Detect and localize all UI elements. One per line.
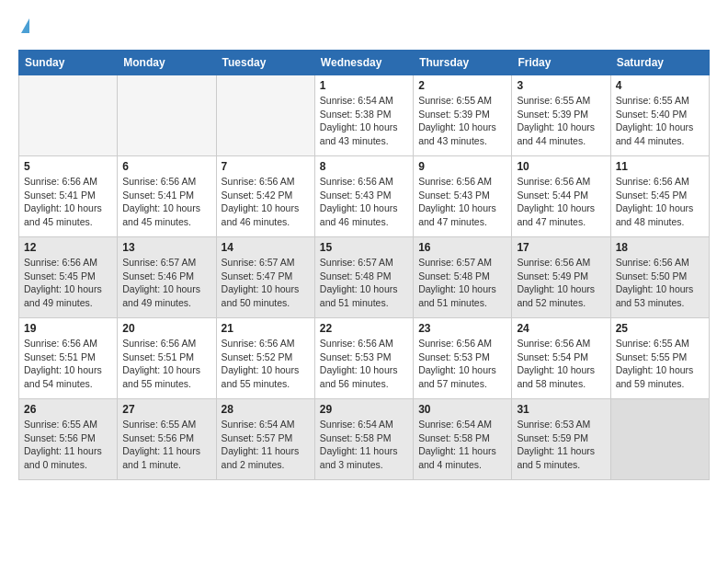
day-number: 17 <box>517 241 605 254</box>
day-info: Sunrise: 6:56 AMSunset: 5:45 PMDaylight:… <box>24 256 112 310</box>
calendar-table: SundayMondayTuesdayWednesdayThursdayFrid… <box>18 50 710 480</box>
calendar-day-header: Wednesday <box>314 51 413 75</box>
calendar-day-cell <box>118 75 216 156</box>
day-info: Sunrise: 6:55 AMSunset: 5:39 PMDaylight:… <box>517 94 605 148</box>
day-number: 15 <box>320 241 408 254</box>
day-number: 13 <box>122 241 210 254</box>
day-info: Sunrise: 6:57 AMSunset: 5:46 PMDaylight:… <box>122 256 210 310</box>
calendar-day-header: Tuesday <box>216 51 314 75</box>
calendar-week-row: 19Sunrise: 6:56 AMSunset: 5:51 PMDayligh… <box>19 318 710 399</box>
calendar-day-cell: 1Sunrise: 6:54 AMSunset: 5:38 PMDaylight… <box>314 75 413 156</box>
calendar-day-cell: 22Sunrise: 6:56 AMSunset: 5:53 PMDayligh… <box>314 318 413 399</box>
calendar-week-row: 5Sunrise: 6:56 AMSunset: 5:41 PMDaylight… <box>19 156 710 237</box>
calendar-week-row: 1Sunrise: 6:54 AMSunset: 5:38 PMDaylight… <box>19 75 710 156</box>
day-number: 31 <box>517 403 605 416</box>
day-info: Sunrise: 6:56 AMSunset: 5:53 PMDaylight:… <box>418 337 506 391</box>
day-number: 3 <box>517 79 605 92</box>
day-number: 16 <box>418 241 506 254</box>
calendar-day-cell: 24Sunrise: 6:56 AMSunset: 5:54 PMDayligh… <box>512 318 610 399</box>
calendar-day-cell: 31Sunrise: 6:53 AMSunset: 5:59 PMDayligh… <box>512 399 610 480</box>
calendar-day-cell: 21Sunrise: 6:56 AMSunset: 5:52 PMDayligh… <box>216 318 314 399</box>
day-number: 28 <box>222 403 310 416</box>
calendar-day-header: Sunday <box>19 51 118 75</box>
day-info: Sunrise: 6:54 AMSunset: 5:58 PMDaylight:… <box>418 418 506 472</box>
day-number: 19 <box>24 322 112 335</box>
calendar-day-cell: 26Sunrise: 6:55 AMSunset: 5:56 PMDayligh… <box>19 399 118 480</box>
calendar-day-header: Thursday <box>414 51 512 75</box>
day-info: Sunrise: 6:56 AMSunset: 5:54 PMDaylight:… <box>517 337 605 391</box>
day-info: Sunrise: 6:56 AMSunset: 5:53 PMDaylight:… <box>320 337 408 391</box>
calendar-day-cell: 10Sunrise: 6:56 AMSunset: 5:44 PMDayligh… <box>512 156 610 237</box>
day-info: Sunrise: 6:56 AMSunset: 5:44 PMDaylight:… <box>517 175 605 229</box>
day-info: Sunrise: 6:56 AMSunset: 5:45 PMDaylight:… <box>616 175 704 229</box>
day-info: Sunrise: 6:56 AMSunset: 5:42 PMDaylight:… <box>222 175 310 229</box>
day-number: 23 <box>418 322 506 335</box>
calendar-day-cell: 5Sunrise: 6:56 AMSunset: 5:41 PMDaylight… <box>19 156 118 237</box>
day-number: 6 <box>122 160 210 173</box>
calendar-day-cell: 7Sunrise: 6:56 AMSunset: 5:42 PMDaylight… <box>216 156 314 237</box>
day-info: Sunrise: 6:56 AMSunset: 5:41 PMDaylight:… <box>122 175 210 229</box>
day-info: Sunrise: 6:56 AMSunset: 5:41 PMDaylight:… <box>24 175 112 229</box>
day-info: Sunrise: 6:57 AMSunset: 5:48 PMDaylight:… <box>320 256 408 310</box>
day-info: Sunrise: 6:55 AMSunset: 5:56 PMDaylight:… <box>24 418 112 472</box>
day-number: 4 <box>616 79 704 92</box>
calendar-day-cell: 6Sunrise: 6:56 AMSunset: 5:41 PMDaylight… <box>118 156 216 237</box>
day-info: Sunrise: 6:54 AMSunset: 5:58 PMDaylight:… <box>320 418 408 472</box>
calendar-day-cell: 20Sunrise: 6:56 AMSunset: 5:51 PMDayligh… <box>118 318 216 399</box>
day-number: 24 <box>517 322 605 335</box>
calendar-day-cell <box>216 75 314 156</box>
day-number: 25 <box>616 322 704 335</box>
calendar-day-cell: 4Sunrise: 6:55 AMSunset: 5:40 PMDaylight… <box>610 75 709 156</box>
calendar-day-cell: 30Sunrise: 6:54 AMSunset: 5:58 PMDayligh… <box>414 399 512 480</box>
calendar-day-cell: 14Sunrise: 6:57 AMSunset: 5:47 PMDayligh… <box>216 237 314 318</box>
calendar-day-cell: 23Sunrise: 6:56 AMSunset: 5:53 PMDayligh… <box>414 318 512 399</box>
day-number: 27 <box>122 403 210 416</box>
day-number: 1 <box>320 79 408 92</box>
day-number: 30 <box>418 403 506 416</box>
calendar-day-cell: 11Sunrise: 6:56 AMSunset: 5:45 PMDayligh… <box>610 156 709 237</box>
calendar-day-cell: 18Sunrise: 6:56 AMSunset: 5:50 PMDayligh… <box>610 237 709 318</box>
calendar-header-row: SundayMondayTuesdayWednesdayThursdayFrid… <box>19 51 710 75</box>
day-number: 14 <box>222 241 310 254</box>
day-info: Sunrise: 6:56 AMSunset: 5:43 PMDaylight:… <box>418 175 506 229</box>
calendar-day-header: Saturday <box>610 51 709 75</box>
day-number: 26 <box>24 403 112 416</box>
calendar-day-cell: 17Sunrise: 6:56 AMSunset: 5:49 PMDayligh… <box>512 237 610 318</box>
day-number: 12 <box>24 241 112 254</box>
day-info: Sunrise: 6:56 AMSunset: 5:43 PMDaylight:… <box>320 175 408 229</box>
day-info: Sunrise: 6:56 AMSunset: 5:52 PMDaylight:… <box>222 337 310 391</box>
calendar-day-cell: 12Sunrise: 6:56 AMSunset: 5:45 PMDayligh… <box>19 237 118 318</box>
day-number: 21 <box>222 322 310 335</box>
calendar-week-row: 12Sunrise: 6:56 AMSunset: 5:45 PMDayligh… <box>19 237 710 318</box>
page-header <box>18 18 710 35</box>
calendar-day-cell <box>19 75 118 156</box>
calendar-day-cell: 29Sunrise: 6:54 AMSunset: 5:58 PMDayligh… <box>314 399 413 480</box>
calendar-day-cell: 9Sunrise: 6:56 AMSunset: 5:43 PMDaylight… <box>414 156 512 237</box>
day-info: Sunrise: 6:56 AMSunset: 5:51 PMDaylight:… <box>122 337 210 391</box>
calendar-day-cell: 27Sunrise: 6:55 AMSunset: 5:56 PMDayligh… <box>118 399 216 480</box>
day-info: Sunrise: 6:57 AMSunset: 5:47 PMDaylight:… <box>222 256 310 310</box>
day-info: Sunrise: 6:56 AMSunset: 5:51 PMDaylight:… <box>24 337 112 391</box>
day-info: Sunrise: 6:55 AMSunset: 5:56 PMDaylight:… <box>122 418 210 472</box>
calendar-day-cell: 2Sunrise: 6:55 AMSunset: 5:39 PMDaylight… <box>414 75 512 156</box>
calendar-week-row: 26Sunrise: 6:55 AMSunset: 5:56 PMDayligh… <box>19 399 710 480</box>
day-info: Sunrise: 6:55 AMSunset: 5:55 PMDaylight:… <box>616 337 704 391</box>
day-number: 10 <box>517 160 605 173</box>
day-info: Sunrise: 6:56 AMSunset: 5:50 PMDaylight:… <box>616 256 704 310</box>
day-info: Sunrise: 6:54 AMSunset: 5:57 PMDaylight:… <box>222 418 310 472</box>
calendar-day-header: Monday <box>118 51 216 75</box>
day-number: 20 <box>122 322 210 335</box>
day-info: Sunrise: 6:54 AMSunset: 5:38 PMDaylight:… <box>320 94 408 148</box>
day-number: 9 <box>418 160 506 173</box>
day-info: Sunrise: 6:57 AMSunset: 5:48 PMDaylight:… <box>418 256 506 310</box>
day-number: 7 <box>222 160 310 173</box>
day-info: Sunrise: 6:55 AMSunset: 5:40 PMDaylight:… <box>616 94 704 148</box>
logo <box>18 18 29 35</box>
calendar-day-cell: 25Sunrise: 6:55 AMSunset: 5:55 PMDayligh… <box>610 318 709 399</box>
calendar-day-cell: 19Sunrise: 6:56 AMSunset: 5:51 PMDayligh… <box>19 318 118 399</box>
calendar-day-cell: 15Sunrise: 6:57 AMSunset: 5:48 PMDayligh… <box>314 237 413 318</box>
calendar-day-cell: 28Sunrise: 6:54 AMSunset: 5:57 PMDayligh… <box>216 399 314 480</box>
calendar-day-header: Friday <box>512 51 610 75</box>
calendar-day-cell: 16Sunrise: 6:57 AMSunset: 5:48 PMDayligh… <box>414 237 512 318</box>
day-info: Sunrise: 6:53 AMSunset: 5:59 PMDaylight:… <box>517 418 605 472</box>
